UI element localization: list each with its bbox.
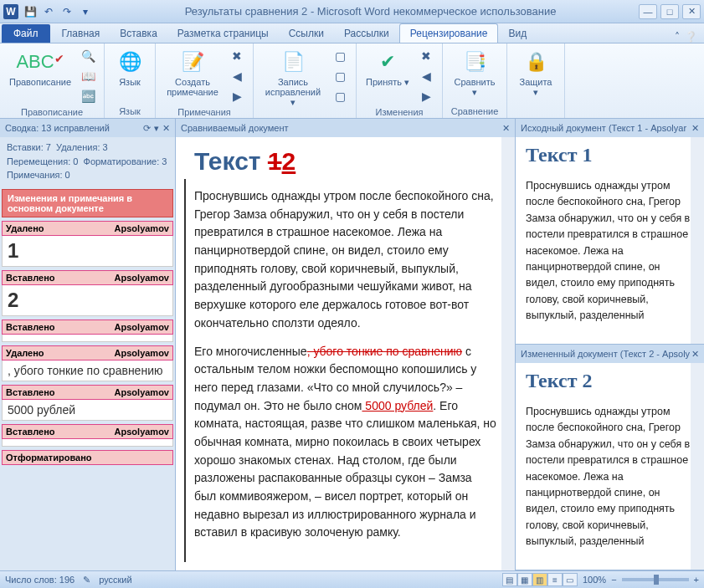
- proofing-status-icon[interactable]: ✎: [83, 575, 90, 585]
- zoom-thumb[interactable]: [654, 575, 659, 585]
- close-panel-icon[interactable]: ✕: [691, 349, 699, 360]
- show-markup-icon[interactable]: ▢: [331, 67, 349, 85]
- print-layout-view-icon[interactable]: ▤: [502, 573, 517, 586]
- compared-doc-content[interactable]: Текст 12 Проснувшись однажды утром после…: [176, 137, 515, 570]
- revision-item[interactable]: УдаленоApsolyamov 1: [2, 221, 173, 267]
- close-panel-icon[interactable]: ✕: [691, 123, 699, 134]
- spelling-icon: ABC✔: [27, 49, 54, 75]
- ribbon-group-language: 🌐 Язык Язык: [105, 43, 156, 118]
- tab-review[interactable]: Рецензирование: [399, 23, 499, 43]
- maximize-button[interactable]: □: [660, 4, 679, 19]
- help-icon[interactable]: ❔: [685, 31, 697, 43]
- doc-title: Текст 2: [526, 370, 694, 392]
- prev-change-icon[interactable]: ◀: [417, 67, 435, 85]
- thesaurus-icon[interactable]: 📖: [79, 67, 97, 85]
- source-panes: Исходный документ (Текст 1 - Apsolyar ✕ …: [516, 119, 704, 570]
- vertical-scrollbar[interactable]: [691, 363, 704, 570]
- new-comment-button[interactable]: 📝 Создать примечание: [162, 47, 223, 99]
- compare-button[interactable]: 📑 Сравнить ▾: [450, 47, 500, 99]
- minimize-button[interactable]: —: [639, 4, 657, 19]
- ribbon-group-proofing: ABC✔ Правописание 🔍 📖 🔤 Правописание: [0, 43, 105, 118]
- accept-icon: ✔: [374, 49, 401, 75]
- reviewing-pane-header: Сводка: 13 исправлений ⟳ ▾ ✕: [0, 119, 175, 137]
- revised-document-panel: Измененный документ (Текст 2 - Apsoly ✕ …: [516, 345, 704, 570]
- language-icon: 🌐: [116, 49, 143, 75]
- tab-home[interactable]: Главная: [52, 24, 110, 43]
- fullscreen-view-icon[interactable]: ▦: [517, 573, 532, 586]
- refresh-icon[interactable]: ⟳: [143, 123, 151, 134]
- tab-view[interactable]: Вид: [498, 24, 537, 43]
- track-changes-button[interactable]: 📄 Запись исправлений ▾: [260, 47, 326, 109]
- language-status[interactable]: русский: [99, 575, 131, 585]
- word-count[interactable]: Число слов: 196: [5, 575, 75, 585]
- window-title: Результаты сравнения 2 - Microsoft Word …: [102, 5, 639, 18]
- draft-view-icon[interactable]: ▭: [563, 573, 578, 586]
- tab-insert[interactable]: Вставка: [110, 24, 167, 43]
- revision-item[interactable]: УдаленоApsolyamov , убого тонкие по срав…: [2, 345, 173, 381]
- original-doc-header: Исходный документ (Текст 1 - Apsolyar ✕: [516, 119, 704, 137]
- zoom-out-icon[interactable]: −: [611, 575, 616, 585]
- accept-button[interactable]: ✔ Принять ▾: [363, 47, 412, 89]
- track-changes-icon: 📄: [280, 49, 306, 75]
- reviewing-pane: Сводка: 13 исправлений ⟳ ▾ ✕ Вставки: 7 …: [0, 119, 176, 570]
- original-doc-content[interactable]: Текст 1 Проснувшись однажды утром после …: [516, 137, 704, 344]
- redo-icon[interactable]: ↷: [60, 5, 74, 18]
- tab-mailings[interactable]: Рассылки: [334, 24, 399, 43]
- revision-stats: Вставки: 7 Удаления: 3 Перемещения: 0 Фо…: [0, 137, 175, 186]
- delete-comment-icon[interactable]: ✖: [228, 47, 246, 65]
- close-pane-icon[interactable]: ✕: [162, 123, 170, 134]
- save-icon[interactable]: 💾: [23, 5, 37, 18]
- revision-item[interactable]: Отформатировано: [2, 450, 173, 465]
- doc-title: Текст 12: [194, 147, 496, 176]
- tab-references[interactable]: Ссылки: [279, 24, 334, 43]
- spelling-button[interactable]: ABC✔ Правописание: [7, 47, 74, 89]
- reviewing-pane-icon[interactable]: ▢: [331, 87, 349, 105]
- ribbon-group-changes: ✔ Принять ▾ ✖ ◀ ▶ Изменения: [357, 43, 443, 118]
- revised-doc-content[interactable]: Текст 2 Проснувшись однажды утром после …: [516, 363, 704, 570]
- vertical-scrollbar[interactable]: [691, 137, 704, 344]
- undo-icon[interactable]: ↶: [42, 5, 55, 18]
- display-for-review-icon[interactable]: ▢: [331, 47, 349, 65]
- protect-icon: 🔒: [522, 49, 549, 75]
- ribbon-group-protect: 🔒 Защита ▾: [507, 43, 565, 118]
- qat-more-icon[interactable]: ▾: [79, 5, 92, 18]
- revision-item[interactable]: ВставленоApsolyamov: [2, 320, 173, 342]
- prev-comment-icon[interactable]: ◀: [228, 67, 246, 85]
- change-bar: [184, 179, 186, 562]
- revision-item[interactable]: ВставленоApsolyamov 5000 рублей: [2, 385, 173, 421]
- web-layout-view-icon[interactable]: ▥: [532, 573, 547, 586]
- revisions-section-header: Изменения и примечания в основном докуме…: [2, 189, 173, 217]
- tab-file[interactable]: Файл: [2, 24, 50, 43]
- next-change-icon[interactable]: ▶: [417, 87, 435, 105]
- tab-layout[interactable]: Разметка страницы: [167, 24, 279, 43]
- revision-item[interactable]: ВставленоApsolyamov: [2, 424, 173, 447]
- close-button[interactable]: ✕: [682, 4, 701, 19]
- workspace: Сводка: 13 исправлений ⟳ ▾ ✕ Вставки: 7 …: [0, 119, 704, 570]
- research-icon[interactable]: 🔍: [79, 47, 97, 65]
- options-icon[interactable]: ▾: [154, 123, 159, 134]
- word-app-icon: W: [3, 4, 18, 19]
- compared-document-panel: Сравниваемый документ ✕ Текст 12 Проснув…: [176, 119, 516, 570]
- next-comment-icon[interactable]: ▶: [228, 87, 246, 105]
- quick-access-toolbar: 💾 ↶ ↷ ▾: [23, 5, 92, 18]
- reject-icon[interactable]: ✖: [417, 47, 435, 65]
- protect-button[interactable]: 🔒 Защита ▾: [514, 47, 558, 99]
- compared-doc-header: Сравниваемый документ ✕: [176, 119, 515, 137]
- ribbon-tabs: Файл Главная Вставка Разметка страницы С…: [0, 23, 704, 43]
- vertical-scrollbar[interactable]: [501, 137, 515, 570]
- zoom-in-icon[interactable]: +: [694, 575, 699, 585]
- revision-item[interactable]: ВставленоApsolyamov 2: [2, 270, 173, 316]
- doc-paragraph: Проснувшись однажды утром после беспокой…: [194, 187, 496, 333]
- doc-paragraph: Проснувшись однажды утром после беспокой…: [526, 178, 694, 324]
- new-comment-icon: 📝: [179, 49, 206, 75]
- close-panel-icon[interactable]: ✕: [502, 123, 510, 134]
- zoom-level[interactable]: 100%: [583, 575, 606, 585]
- outline-view-icon[interactable]: ≡: [547, 573, 563, 586]
- zoom-slider[interactable]: [622, 578, 689, 581]
- doc-paragraph: Проснувшись однажды утром после беспокой…: [526, 404, 694, 550]
- summary-title: Сводка: 13 исправлений: [5, 123, 110, 133]
- wordcount-icon[interactable]: 🔤: [79, 87, 97, 105]
- language-button[interactable]: 🌐 Язык: [111, 47, 148, 89]
- ribbon: ABC✔ Правописание 🔍 📖 🔤 Правописание 🌐 Я…: [0, 43, 704, 119]
- ribbon-minimize-icon[interactable]: ˄: [675, 31, 680, 43]
